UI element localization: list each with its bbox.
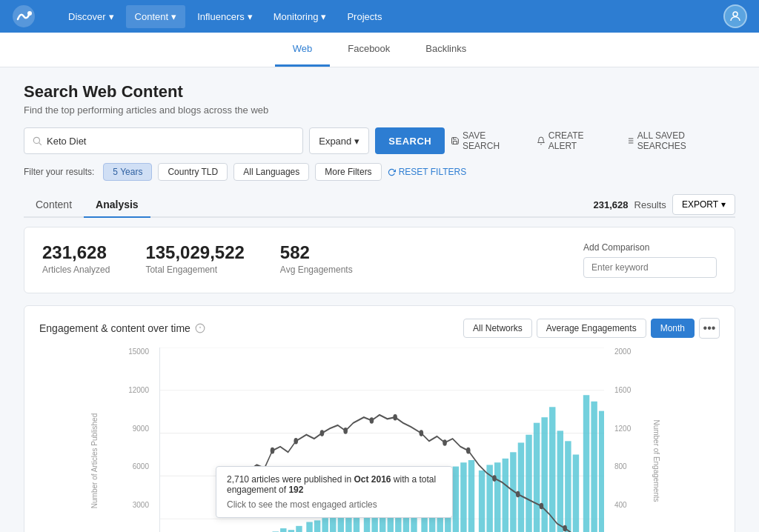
main-content: Search Web Content Find the top performi… — [0, 67, 759, 532]
expand-button[interactable]: Expand ▾ — [309, 127, 369, 154]
chart-controls: All Networks Average Engagements Month •… — [463, 318, 720, 339]
svg-rect-50 — [494, 462, 500, 532]
stat-articles-value: 231,628 — [42, 242, 110, 263]
chart-outer: Number of Articles Published Number of E… — [121, 348, 638, 532]
export-button[interactable]: EXPORT ▾ — [672, 194, 735, 215]
svg-rect-28 — [314, 520, 320, 532]
svg-rect-63 — [599, 411, 604, 532]
nav-discover[interactable]: Discover ▾ — [59, 5, 123, 28]
svg-rect-53 — [518, 442, 524, 532]
svg-rect-58 — [557, 430, 563, 532]
tab-content[interactable]: Content — [24, 193, 84, 218]
chevron-down-icon: ▾ — [248, 11, 253, 22]
save-icon — [451, 136, 460, 145]
page-subtitle: Find the top performing articles and blo… — [24, 104, 735, 116]
search-actions: SAVE SEARCH CREATE ALERT ALL SAVED SEARC… — [451, 130, 735, 151]
nav-influencers[interactable]: Influencers ▾ — [188, 5, 262, 28]
filter-more[interactable]: More Filters — [315, 163, 381, 181]
refresh-icon — [388, 168, 396, 176]
add-comparison: Add Comparison — [583, 242, 717, 278]
svg-rect-54 — [526, 435, 531, 532]
svg-rect-59 — [565, 441, 571, 532]
stat-engagement-value: 135,029,522 — [145, 242, 244, 263]
svg-point-3 — [33, 137, 39, 143]
svg-point-72 — [443, 439, 447, 446]
search-bar: Expand ▾ SEARCH SAVE SEARCH CREATE ALERT… — [24, 127, 735, 154]
svg-line-4 — [39, 143, 42, 145]
filter-5years[interactable]: 5 Years — [103, 163, 152, 181]
svg-rect-46 — [460, 462, 466, 532]
svg-rect-56 — [541, 417, 547, 532]
svg-rect-47 — [468, 460, 474, 532]
chevron-down-icon: ▾ — [171, 11, 176, 22]
search-input[interactable] — [47, 136, 295, 147]
tab-backlinks[interactable]: Backlinks — [408, 33, 484, 67]
tooltip-main: 2,710 articles were published in Oct 201… — [227, 474, 442, 495]
tab-web[interactable]: Web — [275, 33, 331, 67]
svg-point-70 — [393, 414, 397, 421]
chart-tooltip: 2,710 articles were published in Oct 201… — [216, 466, 453, 518]
more-options-button[interactable]: ••• — [699, 318, 720, 339]
svg-rect-48 — [479, 471, 485, 532]
month-button[interactable]: Month — [651, 319, 695, 338]
results-label: Results — [634, 199, 666, 210]
svg-rect-45 — [453, 467, 459, 532]
chevron-down-icon: ▾ — [321, 11, 326, 22]
svg-rect-57 — [549, 407, 555, 532]
svg-point-76 — [540, 503, 544, 510]
info-icon — [195, 323, 205, 333]
save-search-link[interactable]: SAVE SEARCH — [451, 130, 525, 151]
filter-all-languages[interactable]: All Languages — [233, 163, 309, 181]
stat-engagement: 135,029,522 Total Engagement — [145, 242, 244, 275]
all-saved-searches-link[interactable]: ALL SAVED SEARCHES — [626, 130, 735, 151]
svg-point-77 — [563, 525, 567, 532]
tooltip-click-text[interactable]: Click to see the most engaged articles — [227, 499, 442, 510]
chevron-down-icon: ▾ — [354, 136, 359, 147]
all-networks-button[interactable]: All Networks — [463, 319, 532, 338]
chart-wrap: 2,710 articles were published in Oct 201… — [159, 348, 604, 532]
filter-country-tld[interactable]: Country TLD — [158, 163, 228, 181]
stat-avg-label: Avg Engagements — [280, 265, 353, 275]
nav-projects[interactable]: Projects — [338, 5, 391, 28]
svg-rect-62 — [591, 402, 597, 532]
bell-icon — [537, 136, 546, 145]
results-info: 231,628 Results EXPORT ▾ — [594, 194, 735, 215]
comparison-label: Add Comparison — [583, 242, 717, 253]
top-navigation: Discover ▾ Content ▾ Influencers ▾ Monit… — [0, 0, 759, 33]
search-button[interactable]: SEARCH — [375, 127, 445, 154]
tabs-left: Content Analysis — [24, 193, 150, 216]
filter-label: Filter your results: — [24, 167, 94, 177]
y-axis-left-label: Number of Articles Published — [90, 413, 99, 508]
svg-rect-51 — [503, 459, 508, 532]
svg-point-69 — [370, 417, 374, 424]
tab-facebook[interactable]: Facebook — [330, 33, 408, 67]
tab-analysis[interactable]: Analysis — [84, 193, 150, 218]
reset-filters-link[interactable]: RESET FILTERS — [388, 167, 467, 177]
svg-rect-60 — [573, 455, 579, 533]
logo-icon — [12, 4, 36, 28]
create-alert-link[interactable]: CREATE ALERT — [537, 130, 614, 151]
svg-point-73 — [466, 448, 471, 454]
stat-articles: 231,628 Articles Analyzed — [42, 242, 110, 275]
nav-content[interactable]: Content ▾ — [126, 5, 186, 28]
avatar[interactable] — [723, 4, 747, 28]
chart-section: Engagement & content over time All Netwo… — [24, 305, 735, 532]
y-axis-left: 15000 12000 9000 6000 3000 0 — [121, 348, 149, 532]
chart-header: Engagement & content over time All Netwo… — [39, 318, 720, 339]
stat-avg-engagement: 582 Avg Engagements — [280, 242, 353, 275]
search-input-wrap — [24, 127, 303, 154]
list-icon — [626, 136, 634, 145]
avg-engagements-button[interactable]: Average Engagements — [537, 319, 646, 338]
comparison-input[interactable] — [583, 257, 717, 278]
content-tabs: Content Analysis 231,628 Results EXPORT … — [24, 193, 735, 218]
stat-engagement-label: Total Engagement — [145, 265, 244, 275]
svg-point-65 — [271, 448, 275, 454]
svg-point-75 — [516, 491, 520, 498]
nav-left: Discover ▾ Content ▾ Influencers ▾ Monit… — [12, 4, 391, 28]
svg-point-74 — [492, 475, 497, 482]
stat-articles-label: Articles Analyzed — [42, 265, 110, 275]
svg-point-66 — [294, 438, 298, 445]
results-count: 231,628 — [594, 199, 629, 210]
svg-rect-29 — [322, 518, 328, 532]
nav-monitoring[interactable]: Monitoring ▾ — [265, 5, 336, 28]
